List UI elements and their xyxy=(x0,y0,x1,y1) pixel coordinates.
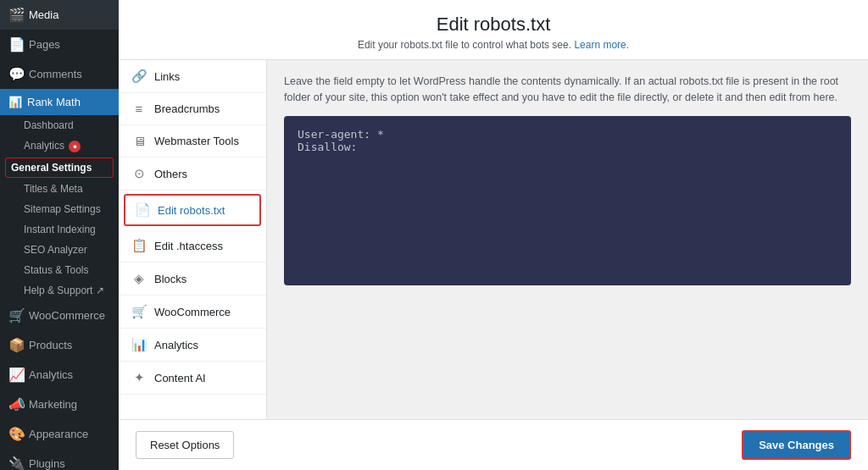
page-footer: Reset Options Save Changes xyxy=(119,419,868,470)
learn-more-link[interactable]: Learn more. xyxy=(574,39,629,51)
page-subtitle: Edit your robots.txt file to control wha… xyxy=(136,39,851,51)
links-icon: 🔗 xyxy=(131,69,147,84)
rm-nav-webmaster[interactable]: 🖥 Webmaster Tools xyxy=(119,125,266,158)
plugins-icon: 🔌 xyxy=(8,456,24,470)
sidebar-item-pages[interactable]: 📄 Pages xyxy=(0,30,119,59)
sidebar-sub-instant-indexing[interactable]: Instant Indexing xyxy=(0,219,119,240)
sidebar-item-plugins[interactable]: 🔌 Plugins xyxy=(0,449,119,470)
webmaster-icon: 🖥 xyxy=(131,134,147,148)
rm-nav-sidebar: 🔗 Links ≡ Breadcrumbs 🖥 Webmaster Tools … xyxy=(119,60,267,419)
rm-nav-links[interactable]: 🔗 Links xyxy=(119,60,266,93)
others-icon: ⊙ xyxy=(131,166,147,181)
reset-options-button[interactable]: Reset Options xyxy=(136,431,234,459)
appearance-icon: 🎨 xyxy=(8,426,24,442)
sidebar-sub-help-support[interactable]: Help & Support ↗ xyxy=(0,280,119,301)
rm-nav-analytics[interactable]: 📊 Analytics xyxy=(119,329,266,362)
sidebar-item-products[interactable]: 📦 Products xyxy=(0,330,119,360)
woocommerce-rm-icon: 🛒 xyxy=(131,304,147,319)
sidebar-sub-titles-meta[interactable]: Titles & Meta xyxy=(0,179,119,199)
rm-nav-blocks[interactable]: ◈ Blocks xyxy=(119,263,266,296)
sidebar-sub-dashboard[interactable]: Dashboard xyxy=(0,115,119,135)
info-text: Leave the field empty to let WordPress h… xyxy=(284,74,851,106)
save-changes-button[interactable]: Save Changes xyxy=(742,430,851,460)
sidebar-sub-sitemap[interactable]: Sitemap Settings xyxy=(0,199,119,219)
breadcrumbs-icon: ≡ xyxy=(131,102,147,116)
comments-icon: 💬 xyxy=(8,66,24,82)
marketing-icon: 📣 xyxy=(8,396,24,412)
rm-nav-content-ai[interactable]: ✦ Content AI xyxy=(119,362,266,395)
sidebar-item-marketing[interactable]: 📣 Marketing xyxy=(0,390,119,419)
products-icon: 📦 xyxy=(8,337,24,353)
sidebar-item-appearance[interactable]: 🎨 Appearance xyxy=(0,419,119,449)
page-header: Edit robots.txt Edit your robots.txt fil… xyxy=(119,0,868,60)
sidebar-item-comments[interactable]: 💬 Comments xyxy=(0,59,119,89)
pages-icon: 📄 xyxy=(8,36,24,53)
content-wrapper: 🔗 Links ≡ Breadcrumbs 🖥 Webmaster Tools … xyxy=(119,60,868,419)
sidebar-item-rank-math[interactable]: 📊 Rank Math xyxy=(0,89,119,115)
analytics-badge: ● xyxy=(69,141,81,152)
sidebar-item-woocommerce[interactable]: 🛒 WooCommerce xyxy=(0,301,119,330)
rm-nav-edit-htaccess[interactable]: 📋 Edit .htaccess xyxy=(119,229,266,263)
analytics-icon: 📈 xyxy=(8,367,24,383)
sidebar-sub-general-settings[interactable]: General Settings xyxy=(5,158,114,178)
woocommerce-icon: 🛒 xyxy=(8,307,24,323)
media-icon: 🎬 xyxy=(8,7,24,23)
page-title: Edit robots.txt xyxy=(136,14,851,36)
sidebar-sub-seo-analyzer[interactable]: SEO Analyzer xyxy=(0,240,119,260)
main-content: Edit robots.txt Edit your robots.txt fil… xyxy=(119,0,868,470)
content-ai-icon: ✦ xyxy=(131,370,147,385)
main-panel: Leave the field empty to let WordPress h… xyxy=(267,60,868,419)
admin-sidebar: 🎬 Media 📄 Pages 💬 Comments 📊 Rank Math D… xyxy=(0,0,119,470)
sidebar-item-media[interactable]: 🎬 Media xyxy=(0,0,119,30)
blocks-icon: ◈ xyxy=(131,271,147,286)
rm-nav-others[interactable]: ⊙ Others xyxy=(119,158,266,191)
sidebar-item-analytics[interactable]: 📈 Analytics xyxy=(0,360,119,390)
rm-nav-edit-robots[interactable]: 📄 Edit robots.txt xyxy=(124,194,261,226)
edit-robots-icon: 📄 xyxy=(134,202,151,218)
robots-txt-content[interactable]: User-agent: * Disallow: xyxy=(284,116,851,285)
analytics-rm-icon: 📊 xyxy=(131,337,147,352)
rm-nav-breadcrumbs[interactable]: ≡ Breadcrumbs xyxy=(119,93,266,125)
rm-nav-woocommerce[interactable]: 🛒 WooCommerce xyxy=(119,296,266,329)
htaccess-icon: 📋 xyxy=(131,238,147,253)
rank-math-icon: 📊 xyxy=(8,96,22,108)
sidebar-sub-status-tools[interactable]: Status & Tools xyxy=(0,260,119,280)
sidebar-sub-analytics[interactable]: Analytics ● xyxy=(0,135,119,157)
